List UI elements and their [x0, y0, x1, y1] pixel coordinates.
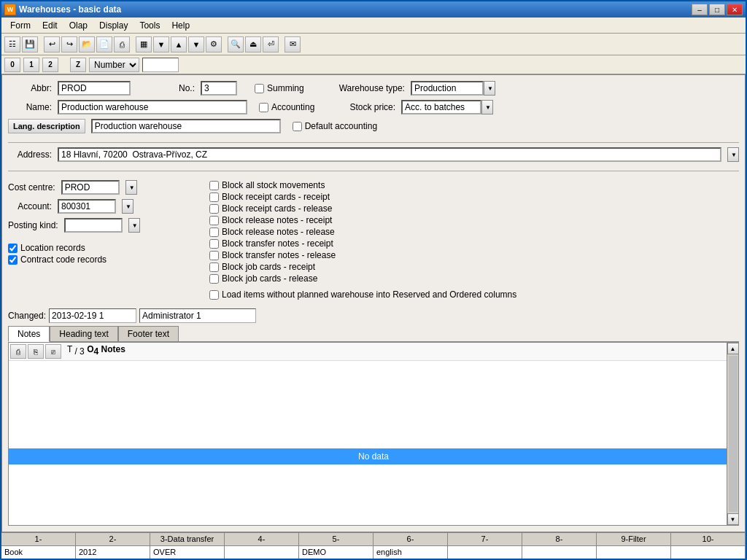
toolbar-newdoc-btn[interactable]: 📄 [96, 36, 112, 52]
scroll-down-btn[interactable]: ▼ [727, 513, 739, 525]
menu-olap[interactable]: Olap [63, 19, 93, 32]
nav-btn-1[interactable]: 1 [23, 58, 39, 72]
tab-notes[interactable]: Notes [8, 326, 50, 342]
left-panel: Cost centre: ▼ Account: ▼ Posting kind: … [8, 180, 198, 301]
warehouse-type-dropdown[interactable]: ▼ [484, 81, 495, 96]
account-label: Account: [8, 201, 52, 211]
nav-btn-2[interactable]: 2 [42, 58, 58, 72]
notes-btn-1[interactable]: ⎙ [10, 344, 26, 359]
menu-display[interactable]: Display [93, 19, 133, 32]
menu-form[interactable]: Form [4, 19, 36, 32]
notes-title: Notes [101, 344, 125, 354]
menu-edit[interactable]: Edit [36, 19, 63, 32]
nav-btn-z[interactable]: Z [70, 58, 86, 72]
toolbar-arrow-up-btn[interactable]: ▲ [171, 36, 187, 52]
location-checkbox[interactable] [8, 244, 18, 253]
status-val-2: 2012 [76, 546, 150, 559]
stock-price-dropdown[interactable]: ▼ [481, 100, 493, 114]
status-val-1: Book [1, 546, 76, 559]
notes-scrollbar[interactable]: ▲ ▼ [727, 343, 738, 525]
window-title: Warehouses - basic data [19, 4, 692, 15]
summing-label: Summing [267, 83, 304, 93]
toolbar-save-btn[interactable]: 💾 [22, 36, 38, 52]
cost-centre-label: Cost centre: [8, 182, 55, 192]
toolbar-undo-btn[interactable]: ↩ [44, 36, 60, 52]
account-input[interactable] [58, 199, 116, 214]
scroll-up-btn[interactable]: ▲ [727, 343, 739, 354]
toolbar-findnext-btn[interactable]: ⏏ [245, 36, 261, 52]
abbr-input[interactable] [58, 81, 131, 96]
name-input[interactable] [58, 100, 247, 114]
warehouse-type-input[interactable] [411, 81, 484, 96]
block-receipt-release-checkbox[interactable] [209, 204, 219, 214]
block-job-release-row: Block job cards - release [209, 273, 739, 284]
account-dropdown[interactable]: ▼ [122, 199, 133, 214]
address-dropdown[interactable]: ▼ [727, 147, 739, 162]
lang-input[interactable] [91, 119, 281, 133]
menu-help[interactable]: Help [166, 19, 196, 32]
tab-footer[interactable]: Footer text [118, 326, 179, 341]
scroll-thumb[interactable] [729, 356, 738, 512]
accounting-checkbox[interactable] [259, 103, 268, 112]
cost-centre-input[interactable] [61, 180, 120, 195]
block-job-release-checkbox[interactable] [209, 274, 219, 284]
nav-btn-0[interactable]: 0 [4, 58, 20, 72]
form-row-address: Address: ▼ [8, 147, 739, 162]
abbr-label: Abbr: [8, 83, 52, 93]
nav-bar: 0 1 2 Z Number 0 [1, 55, 746, 74]
stock-price-input[interactable] [401, 100, 481, 114]
account-row: Account: ▼ [8, 199, 198, 214]
address-label: Address: [8, 149, 52, 160]
toolbar-email-btn[interactable]: ✉ [285, 36, 301, 52]
location-label: Location records [20, 243, 85, 253]
menu-tools[interactable]: Tools [133, 19, 166, 32]
block-receipt-receipt-label: Block receipt cards - receipt [222, 192, 330, 202]
nav-value-input[interactable]: 0 [142, 58, 179, 72]
toolbar-settings-btn[interactable]: ⚙ [206, 36, 222, 52]
posting-input[interactable] [64, 218, 123, 233]
toolbar-copy-btn[interactable]: ⎙ [114, 36, 130, 52]
toolbar-grid-btn[interactable]: ☷ [4, 36, 20, 52]
toolbar-redo-btn[interactable]: ↪ [61, 36, 77, 52]
status-val-10 [671, 546, 746, 559]
status-val-4 [225, 546, 299, 559]
status-val-9 [597, 546, 671, 559]
load-items-checkbox[interactable] [209, 290, 219, 300]
toolbar-open-btn[interactable]: 📂 [79, 36, 95, 52]
toolbar-findprev-btn[interactable]: ⏎ [263, 36, 279, 52]
toolbar-find-btn[interactable]: 🔍 [228, 36, 244, 52]
minimize-button[interactable]: – [692, 4, 708, 15]
toolbar-filter-clear-btn[interactable]: ▦ [136, 36, 152, 52]
maximize-button[interactable]: □ [709, 4, 725, 15]
default-accounting-checkbox[interactable] [293, 122, 302, 131]
block-all-checkbox[interactable] [209, 181, 219, 190]
no-input[interactable] [201, 81, 237, 96]
status-values: Book 2012 OVER DEMO english [1, 546, 746, 559]
block-release-receipt-checkbox[interactable] [209, 216, 219, 225]
summing-checkbox[interactable] [255, 84, 264, 93]
nav-type-select[interactable]: Number [89, 58, 139, 72]
block-receipt-release-label: Block receipt cards - release [222, 203, 332, 214]
lang-description-button[interactable]: Lang. description [8, 119, 85, 133]
block-job-receipt-checkbox[interactable] [209, 262, 219, 272]
toolbar-filter-btn[interactable]: ▼ [153, 36, 169, 52]
contract-checkbox[interactable] [8, 255, 18, 265]
toolbar-arrow-down-btn[interactable]: ▼ [188, 36, 204, 52]
notes-btn-2[interactable]: ⎘ [28, 344, 44, 359]
window-controls[interactable]: – □ ✕ [692, 4, 743, 15]
form-row-name: Name: Accounting Stock price: ▼ [8, 100, 739, 114]
cost-centre-dropdown[interactable]: ▼ [125, 180, 137, 195]
block-release-release-checkbox[interactable] [209, 228, 219, 237]
block-all-row: Block all stock movements [209, 180, 739, 190]
block-receipt-receipt-checkbox[interactable] [209, 192, 219, 202]
posting-dropdown[interactable]: ▼ [128, 218, 140, 233]
address-input[interactable] [58, 147, 721, 162]
tab-heading[interactable]: Heading text [50, 326, 117, 341]
notes-btn-3[interactable]: ⎚ [45, 344, 61, 359]
changed-label: Changed: [8, 311, 46, 321]
close-button[interactable]: ✕ [727, 4, 743, 15]
block-transfer-release-checkbox[interactable] [209, 251, 219, 260]
status-val-3: OVER [150, 546, 225, 559]
tab-bar: Notes Heading text Footer text [8, 326, 739, 342]
block-transfer-receipt-checkbox[interactable] [209, 239, 219, 249]
